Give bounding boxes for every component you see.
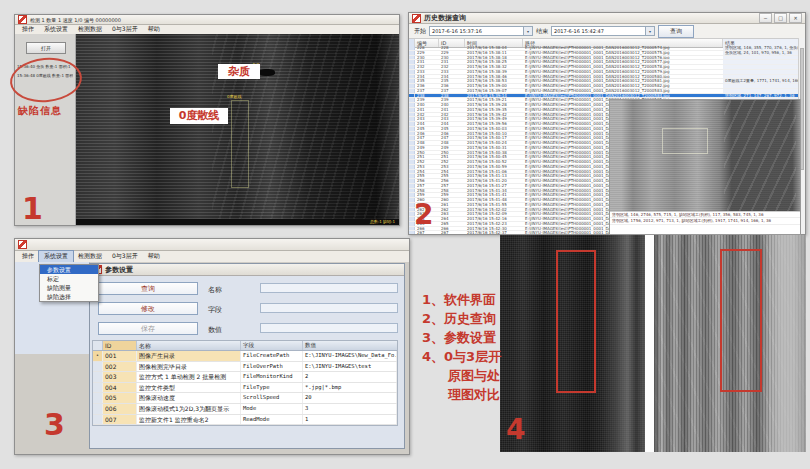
app-icon — [412, 14, 421, 23]
strip-divider — [645, 235, 654, 452]
preview-status: 薄弱区域, 146, 2746, 575, 715, 1, 缺陷区域工(列积),… — [610, 211, 800, 234]
impurity-label: 杂质 — [218, 64, 260, 79]
param-row[interactable]: •001图像产生目录FileCreatePathE:\JINYU-IMAGES\… — [93, 351, 397, 362]
app-icon — [18, 15, 27, 24]
param-row[interactable]: 006图像滚动模式1为2D,3为翻页显示Mode3 — [93, 404, 397, 415]
screenshot-canvas: 检测 1 数量 1 速度 1/0 编号 00000000 操作系统设置检测数据0… — [0, 0, 810, 469]
note-line: 3、参数设置 — [422, 328, 501, 347]
param-row[interactable]: 007监控新文件1 监控重命名2ReadMode1 — [93, 415, 397, 426]
query-button[interactable]: 查询 — [658, 25, 694, 38]
param-row[interactable]: 003监控方式 1 单动检测 2 批量检测FileMonitorKind2 — [93, 372, 397, 383]
menu-item[interactable]: 操作 — [17, 251, 39, 262]
menu-item[interactable]: 检测数据 — [73, 251, 107, 262]
name-label: 名称 — [208, 285, 222, 295]
note-line: 理图对比 — [422, 385, 501, 404]
settings-window: 操作系统设置检测数据0与3层开帮助 参数设置标定缺陷测量缺陷选择 参数设置 查询… — [14, 238, 410, 455]
history-query-window: 历史数据查询 ─ □ ✕ 开始 2017-6-16 15:37:16 ▾ 结束 … — [408, 12, 806, 235]
open-button[interactable]: 打开 — [26, 42, 66, 54]
query-param-button[interactable]: 查询 — [98, 282, 198, 295]
param-row[interactable]: 004监控文件类型FileType*.jpg|*.bmp — [93, 383, 397, 394]
p3-titlebar — [15, 239, 409, 251]
chevron-down-icon[interactable]: ▾ — [523, 27, 532, 35]
scatter-defect-rect — [231, 100, 249, 188]
note-line: 4、0与3层开 — [422, 347, 501, 366]
param-settings-dialog: 参数设置 查询 修改 保存 名称 字段 数值 ID 名称 字段 数值 •001图… — [89, 263, 405, 449]
defect-info-annotation: 缺陷信息 — [18, 104, 62, 118]
col-selector — [93, 341, 103, 350]
minimize-button[interactable]: ─ — [759, 13, 772, 23]
p2-title-text: 历史数据查询 — [424, 13, 466, 23]
impurity-defect-blob — [259, 69, 275, 76]
processed-defect-rect — [720, 249, 762, 392]
menu-item[interactable]: 0与3层开 — [107, 251, 143, 262]
annotation-notes: 1、软件界面2、历史查询3、参数设置4、0与3层开原图与处理图对比 — [422, 290, 501, 404]
badge-4: 4 — [506, 416, 525, 444]
param-table: ID 名称 字段 数值 •001图像产生目录FileCreatePathE:\J… — [92, 340, 398, 426]
end-time-field[interactable]: 2017-6-16 15:42:47 ▾ — [551, 26, 655, 36]
maximize-button[interactable]: □ — [774, 13, 787, 23]
note-line: 2、历史查询 — [422, 309, 501, 328]
param-row[interactable]: 002图像检测完毕目录FileOverPathE:\JINYU-IMAGES\t… — [93, 362, 397, 373]
chevron-down-icon[interactable]: ▾ — [645, 27, 654, 35]
col-field[interactable]: 字段 — [241, 341, 303, 350]
app-icon — [18, 240, 27, 249]
detection-viewer-window: 检测 1 数量 1 速度 1/0 编号 00000000 操作系统设置检测数据0… — [14, 14, 400, 226]
param-table-body: •001图像产生目录FileCreatePathE:\JINYU-IMAGES\… — [93, 351, 397, 425]
start-time-value: 2017-6-16 15:37:16 — [430, 28, 523, 34]
history-image-preview: 薄弱区域, 146, 2746, 575, 715, 1, 缺陷区域工(列积),… — [609, 99, 801, 235]
p2-toolbar: 开始 2017-6-16 15:37:16 ▾ 结束 2017-6-16 15:… — [409, 24, 805, 39]
badge-3: 3 — [44, 410, 65, 440]
original-defect-rect — [556, 250, 596, 393]
start-time-label: 开始 — [414, 27, 426, 36]
preview-texture-overlay — [724, 100, 796, 212]
p1-body: 打开 15:36:40 杂质 数量:1 面积:115:36:48 0度散线 数量… — [15, 34, 399, 225]
dialog-titlebar: 参数设置 — [90, 264, 404, 276]
p1-statusbar: 总数:1 缺陷:1 — [76, 219, 399, 225]
badge-1: 1 — [22, 194, 43, 224]
end-time-value: 2017-6-16 15:42:47 — [552, 28, 645, 34]
end-time-label: 结束 — [536, 27, 548, 36]
p2-titlebar: 历史数据查询 ─ □ ✕ — [409, 13, 805, 24]
scatter-label: 0度散线 — [170, 108, 228, 124]
p3-dropdown: 参数设置标定缺陷测量缺陷选择 — [39, 264, 99, 302]
value-label: 数值 — [208, 325, 222, 335]
modify-param-button[interactable]: 修改 — [98, 302, 198, 315]
param-row[interactable]: 005图像滚动速度ScrollSpeed20 — [93, 393, 397, 404]
col-value[interactable]: 数值 — [303, 341, 397, 350]
note-line: 1、软件界面 — [422, 290, 501, 309]
name-input[interactable] — [260, 283, 398, 293]
window-controls: ─ □ ✕ — [759, 13, 802, 23]
menu-item[interactable]: 系统设置 — [39, 251, 73, 262]
save-param-button[interactable]: 保存 — [98, 322, 198, 335]
dialog-title: 参数设置 — [105, 265, 133, 275]
col-name[interactable]: 名称 — [137, 341, 241, 350]
menu-option[interactable]: 参数设置 — [40, 265, 98, 274]
menu-option[interactable]: 缺陷测量 — [40, 283, 98, 292]
menu-item[interactable]: 帮助 — [143, 251, 165, 262]
menu-option[interactable]: 标定 — [40, 274, 98, 283]
preview-defect-rect — [662, 128, 708, 154]
field-label: 字段 — [208, 305, 222, 315]
field-input[interactable] — [260, 303, 398, 313]
col-id[interactable]: ID — [103, 341, 137, 350]
preview-image — [610, 100, 800, 212]
p1-title-text: 检测 1 数量 1 速度 1/0 编号 00000000 — [30, 17, 121, 23]
preview-status-line: 薄弱区域, 1756, 2012, 971, 713, 1, 缺陷区域工(列积)… — [610, 218, 800, 224]
note-line: 原图与处 — [422, 366, 501, 385]
value-input[interactable] — [260, 323, 398, 333]
scatter-yellow-tag: 0度散线 — [227, 94, 242, 99]
close-button[interactable]: ✕ — [789, 13, 802, 23]
param-table-header: ID 名称 字段 数值 — [93, 341, 397, 351]
inspection-image[interactable]: 杂质 杂质 0度散线 0度散线 总数:1 缺陷:1 — [76, 34, 399, 225]
badge-2: 2 — [414, 201, 433, 229]
start-time-field[interactable]: 2017-6-16 15:37:16 ▾ — [429, 26, 533, 36]
menu-option[interactable]: 缺陷选择 — [40, 292, 98, 301]
